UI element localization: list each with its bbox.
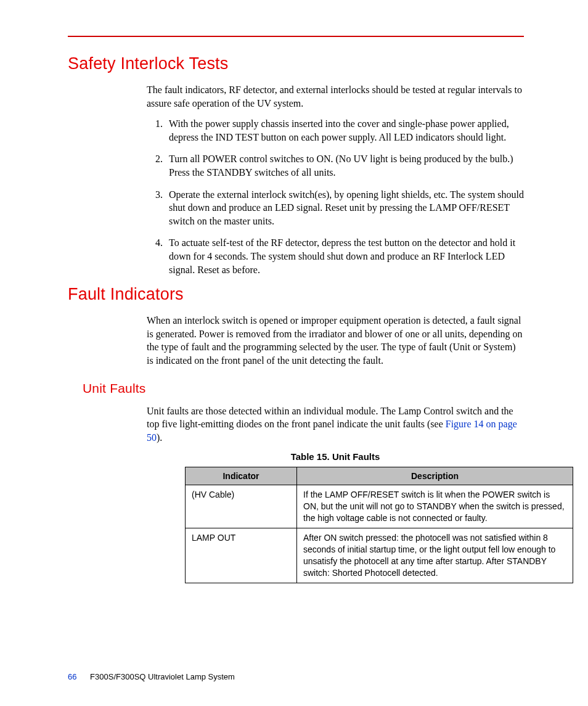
section-safety-interlock: The fault indicators, RF detector, and e… <box>147 83 524 276</box>
procedure-step: With the power supply chassis inserted i… <box>165 117 524 144</box>
heading-safety-interlock-tests: Safety Interlock Tests <box>68 54 524 73</box>
document-page: Safety Interlock Tests The fault indicat… <box>0 0 588 706</box>
cell-indicator: LAMP OUT <box>186 528 297 583</box>
fault-indicators-paragraph: When an interlock switch is opened or im… <box>147 314 524 367</box>
table-header-indicator: Indicator <box>186 467 297 485</box>
procedure-step: Operate the external interlock switch(es… <box>165 188 524 228</box>
unit-faults-paragraph: Unit faults are those detected within an… <box>147 404 524 445</box>
header-rule <box>68 36 524 37</box>
heading-fault-indicators: Fault Indicators <box>68 285 524 304</box>
unit-faults-text-b: ). <box>157 432 162 443</box>
unit-faults-table: Indicator Description (HV Cable) If the … <box>185 467 573 583</box>
page-footer: 66 F300S/F300SQ Ultraviolet Lamp System <box>68 672 235 681</box>
table-row: LAMP OUT After ON switch pressed: the ph… <box>186 528 573 583</box>
procedure-list: With the power supply chassis inserted i… <box>147 117 524 276</box>
cell-description: After ON switch pressed: the photocell w… <box>297 528 573 583</box>
document-title: F300S/F300SQ Ultraviolet Lamp System <box>90 672 235 681</box>
section-fault-indicators: When an interlock switch is opened or im… <box>147 314 524 367</box>
page-number: 66 <box>68 672 76 681</box>
cell-description: If the LAMP OFF/RESET switch is lit when… <box>297 485 573 528</box>
section-unit-faults: Unit faults are those detected within an… <box>147 404 524 583</box>
table-header-description: Description <box>297 467 573 485</box>
cell-indicator: (HV Cable) <box>186 485 297 528</box>
heading-unit-faults: Unit Faults <box>83 381 524 396</box>
table-row: (HV Cable) If the LAMP OFF/RESET switch … <box>186 485 573 528</box>
table-caption: Table 15. Unit Faults <box>147 451 524 462</box>
procedure-step: To actuate self-test of the RF detector,… <box>165 236 524 276</box>
table-header-row: Indicator Description <box>186 467 573 485</box>
intro-paragraph: The fault indicators, RF detector, and e… <box>147 83 524 110</box>
procedure-step: Turn all POWER control switches to ON. (… <box>165 152 524 179</box>
